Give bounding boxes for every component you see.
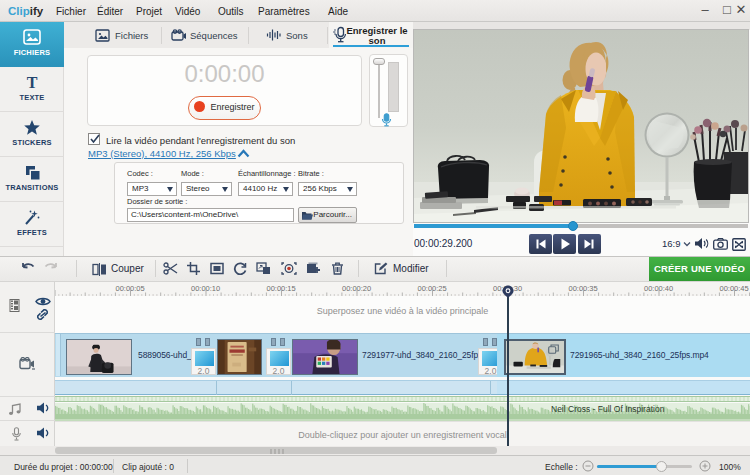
svg-text:T: T	[27, 74, 38, 91]
